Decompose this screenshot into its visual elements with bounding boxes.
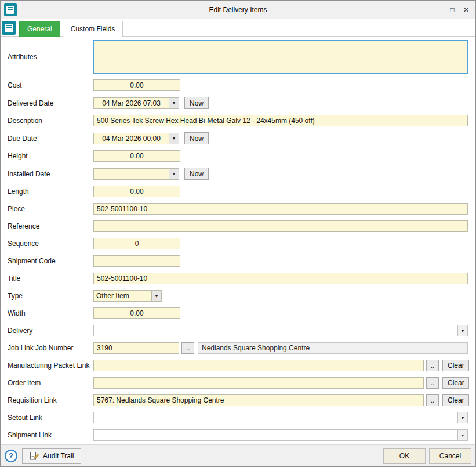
row-piece: Piece <box>8 203 468 215</box>
title-input[interactable] <box>93 273 468 284</box>
form-icon <box>2 21 16 35</box>
row-length: Length <box>8 186 468 197</box>
width-label: Width <box>8 309 93 317</box>
window-title: Edit Delivery Items <box>1 6 475 14</box>
chevron-down-icon[interactable]: ▼ <box>151 291 161 301</box>
due-date-combo: ▼ <box>93 133 179 144</box>
type-combo: ▼ <box>93 290 162 302</box>
sequence-label: Sequence <box>8 240 93 248</box>
requisition-link-clear-button[interactable]: Clear <box>442 394 469 406</box>
reference-input[interactable] <box>93 220 468 232</box>
row-description: Description <box>8 115 468 126</box>
order-item-browse-button[interactable]: .. <box>426 377 439 389</box>
requisition-link-browse-button[interactable]: .. <box>426 394 439 406</box>
row-type: Type ▼ <box>8 290 468 302</box>
maximize-icon[interactable]: □ <box>446 3 458 16</box>
tab-custom-fields[interactable]: Custom Fields <box>63 21 123 37</box>
installed-date-now-button[interactable]: Now <box>184 168 209 180</box>
manufacturing-packet-link-input[interactable] <box>93 360 424 371</box>
window-controls: – □ ✕ <box>433 3 472 16</box>
piece-input[interactable] <box>93 203 468 215</box>
manufacturing-packet-link-label: Manufacturing Packet Link <box>8 361 93 370</box>
row-shipment-code: Shipment Code <box>8 255 468 267</box>
close-icon[interactable]: ✕ <box>460 3 472 16</box>
reference-label: Reference <box>8 222 93 230</box>
delivery-combo: ▼ <box>93 325 468 336</box>
delivered-date-label: Delivered Date <box>8 99 93 107</box>
row-delivery: Delivery ▼ <box>8 325 468 336</box>
order-item-clear-button[interactable]: Clear <box>442 377 469 389</box>
sequence-input[interactable] <box>93 238 180 249</box>
requisition-link-input[interactable] <box>93 394 424 406</box>
tab-general[interactable]: General <box>19 21 60 37</box>
footer-bar: ? Audit Trail OK Cancel <box>1 444 475 466</box>
edit-delivery-items-dialog: Edit Delivery Items – □ ✕ General Custom… <box>0 0 476 467</box>
row-job-link: Job Link Job Number .. Nedlands Square S… <box>8 342 468 354</box>
row-shipment-link: Shipment Link ▼ <box>8 429 468 441</box>
delivery-select[interactable] <box>94 325 457 336</box>
audit-trail-icon <box>30 451 39 461</box>
title-label: Title <box>8 274 93 283</box>
text-caret <box>97 42 97 50</box>
tab-strip: General Custom Fields <box>1 19 475 37</box>
help-icon[interactable]: ? <box>5 450 17 462</box>
row-manufacturing-packet-link: Manufacturing Packet Link .. Clear <box>8 360 468 371</box>
cancel-button[interactable]: Cancel <box>429 448 471 464</box>
requisition-link-label: Requisition Link <box>8 396 93 404</box>
manufacturing-packet-link-browse-button[interactable]: .. <box>426 360 439 371</box>
chevron-down-icon[interactable]: ▼ <box>457 325 467 336</box>
type-label: Type <box>8 292 93 300</box>
chevron-down-icon[interactable]: ▼ <box>457 430 467 440</box>
setout-link-select[interactable] <box>94 412 457 423</box>
delivered-date-input[interactable] <box>94 98 169 108</box>
installed-date-combo: ▼ <box>93 168 179 180</box>
delivery-label: Delivery <box>8 327 93 335</box>
chevron-down-icon[interactable]: ▼ <box>169 133 179 144</box>
job-link-number-input[interactable] <box>93 342 179 354</box>
audit-trail-button[interactable]: Audit Trail <box>22 448 81 464</box>
length-input[interactable] <box>93 186 180 197</box>
due-date-input[interactable] <box>94 133 169 144</box>
width-input[interactable] <box>93 307 180 319</box>
form-area: Attributes Cost Delivered Date ▼ Now Des… <box>1 37 475 444</box>
height-label: Height <box>8 152 93 160</box>
row-due-date: Due Date ▼ Now <box>8 132 468 144</box>
delivered-date-now-button[interactable]: Now <box>184 97 209 109</box>
installed-date-input[interactable] <box>94 169 169 179</box>
audit-trail-label: Audit Trail <box>43 452 74 460</box>
row-delivered-date: Delivered Date ▼ Now <box>8 97 468 109</box>
shipment-link-label: Shipment Link <box>8 431 93 439</box>
due-date-now-button[interactable]: Now <box>184 132 209 144</box>
shipment-code-input[interactable] <box>93 255 180 267</box>
description-input[interactable] <box>93 115 468 126</box>
ok-button[interactable]: OK <box>383 448 426 464</box>
chevron-down-icon[interactable]: ▼ <box>169 98 179 108</box>
chevron-down-icon[interactable]: ▼ <box>457 412 467 423</box>
description-label: Description <box>8 117 93 125</box>
minimize-icon[interactable]: – <box>433 3 444 16</box>
cost-input[interactable] <box>93 79 180 91</box>
delivered-date-combo: ▼ <box>93 97 179 109</box>
order-item-input[interactable] <box>93 377 424 389</box>
app-icon <box>4 3 17 16</box>
job-link-label: Job Link Job Number <box>8 344 93 352</box>
chevron-down-icon[interactable]: ▼ <box>169 169 179 179</box>
due-date-label: Due Date <box>8 135 93 143</box>
attributes-label: Attributes <box>8 53 93 61</box>
row-installed-date: Installed Date ▼ Now <box>8 168 468 180</box>
row-setout-link: Setout Link ▼ <box>8 412 468 423</box>
piece-label: Piece <box>8 205 93 213</box>
length-label: Length <box>8 187 93 196</box>
job-link-browse-button[interactable]: .. <box>181 342 194 354</box>
setout-link-label: Setout Link <box>8 414 93 422</box>
attributes-input[interactable] <box>93 40 468 74</box>
row-order-item: Order Item .. Clear <box>8 377 468 389</box>
titlebar: Edit Delivery Items – □ ✕ <box>1 1 475 19</box>
cost-label: Cost <box>8 81 93 89</box>
type-select[interactable] <box>94 291 151 301</box>
row-attributes: Attributes <box>8 40 468 74</box>
manufacturing-packet-link-clear-button[interactable]: Clear <box>442 360 469 371</box>
shipment-link-select[interactable] <box>94 430 457 440</box>
row-cost: Cost <box>8 79 468 91</box>
height-input[interactable] <box>93 150 180 162</box>
